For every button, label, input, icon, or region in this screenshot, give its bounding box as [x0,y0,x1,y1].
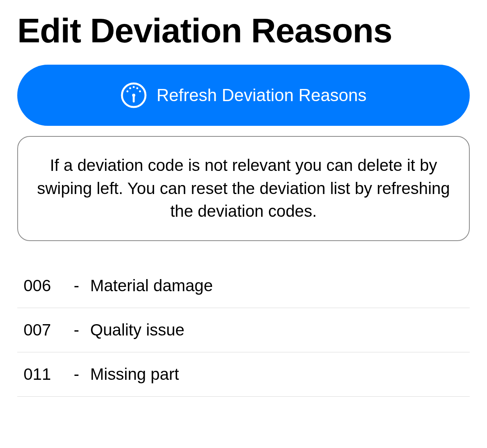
list-item-code: 011 [24,365,63,384]
list-item-separator: - [63,276,90,295]
refresh-button-label: Refresh Deviation Reasons [156,85,367,105]
svg-point-1 [127,90,129,92]
gauge-icon [120,82,147,109]
svg-point-7 [132,94,135,97]
svg-point-4 [136,87,138,89]
list-item-code: 006 [24,276,63,295]
info-box: If a deviation code is not relevant you … [17,136,470,241]
list-item[interactable]: 007-Quality issue [17,308,470,352]
svg-point-2 [129,87,131,89]
list-item[interactable]: 011-Missing part [17,352,470,397]
svg-point-5 [139,90,141,92]
list-item-separator: - [63,365,90,384]
list-item-separator: - [63,321,90,339]
list-item-label: Material damage [90,276,463,295]
svg-point-3 [133,86,135,88]
list-item-code: 007 [24,321,63,339]
list-item[interactable]: 006-Material damage [17,264,470,308]
page-title: Edit Deviation Reasons [17,12,470,50]
list-item-label: Quality issue [90,321,463,339]
refresh-button[interactable]: Refresh Deviation Reasons [17,65,470,126]
info-text: If a deviation code is not relevant you … [37,156,450,221]
deviation-list: 006-Material damage007-Quality issue011-… [17,264,470,397]
list-item-label: Missing part [90,365,463,384]
